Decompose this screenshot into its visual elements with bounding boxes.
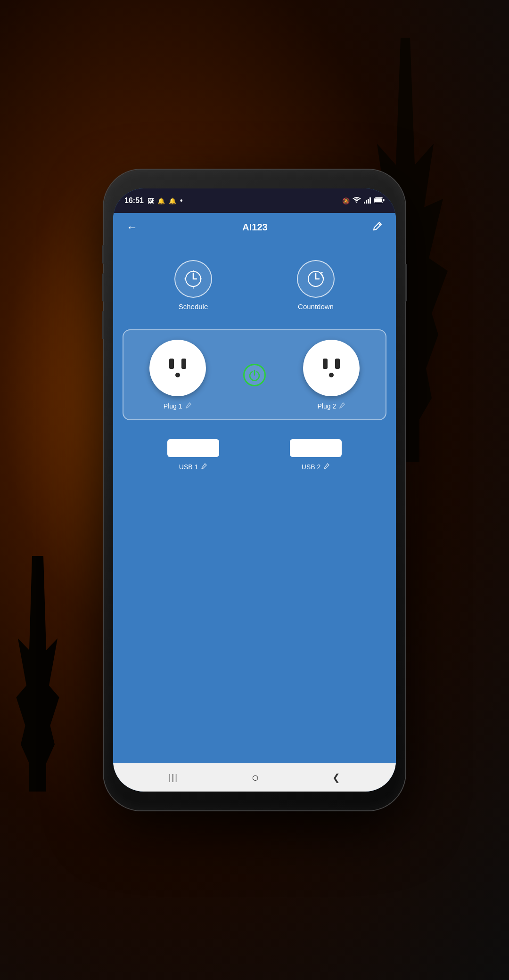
status-battery-icon [374, 197, 385, 204]
plug-row: Plug 1 [133, 340, 376, 410]
svg-rect-2 [368, 199, 369, 204]
nav-home-button[interactable]: ○ [244, 767, 267, 789]
plug1-edit-icon[interactable] [185, 402, 192, 410]
plug2-outlet [303, 340, 360, 396]
plug2-label-text: Plug 2 [317, 402, 336, 410]
top-buttons-row: Schedule [123, 255, 386, 315]
usb1-label: USB 1 [179, 463, 207, 471]
schedule-icon [183, 269, 204, 289]
page-title: AI123 [242, 222, 267, 233]
plug2-edit-icon[interactable] [339, 402, 345, 410]
status-signal-icon [364, 197, 371, 205]
countdown-icon-circle [297, 260, 335, 298]
usb2-label: USB 2 [302, 463, 330, 471]
phone-screen: 16:51 🖼 🔔 🔔 • 🔕 [113, 188, 396, 792]
plug1-slot-left [169, 359, 174, 369]
svg-rect-0 [364, 202, 365, 204]
plug1-item[interactable]: Plug 1 [149, 340, 206, 410]
schedule-icon-circle [174, 260, 212, 298]
usb2-edit-icon[interactable] [323, 463, 330, 471]
plug1-label-text: Plug 1 [164, 402, 182, 410]
status-dot: • [180, 196, 183, 205]
status-time: 16:51 [124, 196, 144, 205]
schedule-label: Schedule [179, 302, 208, 310]
status-bar: 16:51 🖼 🔔 🔔 • 🔕 [113, 188, 396, 213]
status-bar-left: 16:51 🖼 🔔 🔔 • [124, 196, 183, 205]
usb-section: USB 1 [123, 434, 386, 475]
power-button [405, 264, 407, 302]
power-toggle-button[interactable] [243, 364, 266, 386]
schedule-button[interactable]: Schedule [174, 260, 212, 310]
svg-rect-1 [366, 200, 367, 204]
usb2-item[interactable]: USB 2 [290, 439, 342, 471]
usb2-bar [290, 439, 342, 457]
usb1-label-text: USB 1 [179, 463, 198, 471]
nav-menu-button[interactable]: ||| [161, 769, 186, 786]
status-bell-icon: 🔔 [157, 197, 165, 204]
plug2-slot-right [335, 359, 340, 369]
navigation-bar: ||| ○ ❮ [113, 763, 396, 792]
usb2-label-text: USB 2 [302, 463, 320, 471]
plug2-item[interactable]: Plug 2 [303, 340, 360, 410]
countdown-button[interactable]: Countdown [297, 260, 335, 310]
svg-rect-5 [375, 198, 382, 202]
countdown-label: Countdown [298, 302, 334, 310]
volume-up-button [102, 273, 104, 302]
power-icon [248, 368, 261, 382]
phone-device: 16:51 🖼 🔔 🔔 • 🔕 [104, 170, 405, 810]
plug1-slot-right [181, 359, 186, 369]
volume-silent-button [102, 245, 104, 264]
back-button[interactable]: ← [123, 217, 141, 237]
plug2-label: Plug 2 [317, 402, 345, 410]
usb1-item[interactable]: USB 1 [167, 439, 219, 471]
plug-card: Plug 1 [123, 329, 386, 420]
status-mute-icon: 🔕 [342, 197, 350, 204]
plug1-ground [175, 373, 180, 377]
app-content-area: Schedule [113, 241, 396, 763]
plug2-slots [323, 359, 340, 369]
usb1-bar [167, 439, 219, 457]
app-header: ← AI123 [113, 213, 396, 241]
volume-down-button [102, 311, 104, 339]
power-center [243, 364, 266, 386]
plug2-slot-left [323, 359, 328, 369]
svg-rect-6 [383, 199, 385, 201]
nav-back-button[interactable]: ❮ [325, 768, 348, 787]
plug1-slots [169, 359, 186, 369]
usb1-edit-icon[interactable] [201, 463, 207, 471]
svg-rect-3 [369, 197, 371, 204]
status-alert-icon: 🔔 [169, 197, 176, 204]
status-bar-right: 🔕 [342, 197, 385, 205]
main-content: Schedule [113, 241, 396, 763]
status-wifi-icon [353, 197, 361, 205]
plug2-ground [329, 373, 334, 377]
status-gallery-icon: 🖼 [148, 197, 154, 204]
phone-body: 16:51 🖼 🔔 🔔 • 🔕 [104, 170, 405, 810]
plug1-outlet [149, 340, 206, 396]
edit-button[interactable] [369, 217, 386, 237]
plug1-label: Plug 1 [164, 402, 192, 410]
countdown-icon [305, 269, 326, 289]
